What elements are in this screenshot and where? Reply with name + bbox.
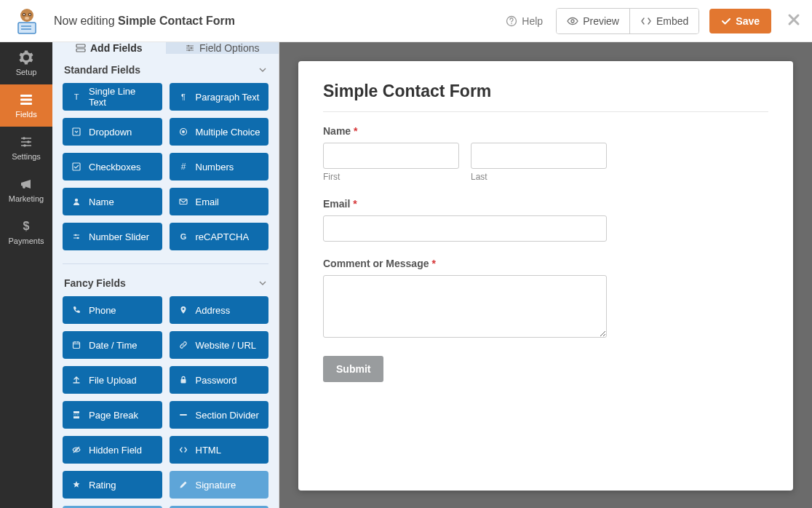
form-field-email[interactable]: Email *: [323, 198, 607, 242]
nav-fields[interactable]: Fields: [0, 84, 52, 127]
upload-icon: [70, 376, 83, 384]
paragraph-icon: ¶: [177, 92, 190, 101]
sliders-icon: [19, 135, 33, 149]
save-label: Save: [736, 15, 760, 27]
field-page-break[interactable]: Page Break: [63, 401, 162, 429]
star-icon: [70, 480, 83, 489]
field-number-slider[interactable]: Number Slider: [63, 223, 162, 250]
svg-point-34: [77, 237, 79, 239]
field-hidden-field[interactable]: Hidden Field: [63, 436, 162, 464]
chevron-down-icon: [258, 279, 267, 287]
form-field-message[interactable]: Comment or Message *: [323, 258, 607, 340]
code-small-icon: [177, 445, 190, 454]
field-recaptcha[interactable]: GreCAPTCHA: [170, 223, 269, 250]
eye-slash-icon: [70, 445, 83, 454]
lock-icon: [177, 376, 190, 384]
preview-label: Preview: [583, 15, 619, 27]
field-paragraph-text[interactable]: ¶Paragraph Text: [170, 83, 269, 111]
form-field-name[interactable]: Name * First Last: [323, 125, 607, 182]
field-address[interactable]: Address: [170, 296, 269, 324]
svg-point-28: [182, 130, 185, 133]
list-icon: [19, 92, 33, 107]
field-numbers[interactable]: #Numbers: [170, 153, 269, 180]
svg-text:T: T: [74, 92, 79, 101]
check-square-icon: [70, 162, 83, 171]
field-website-url[interactable]: Website / URL: [170, 331, 269, 359]
minus-icon: [177, 410, 190, 419]
last-name-input[interactable]: [471, 143, 607, 169]
page-break-icon: [70, 410, 83, 419]
pencil-icon: [177, 480, 190, 489]
app-logo: [12, 6, 42, 36]
nav-marketing[interactable]: Marketing: [0, 169, 52, 211]
field-section-divider[interactable]: Section Divider: [170, 401, 269, 429]
radio-icon: [177, 127, 190, 136]
form-name-text: Simple Contact Form: [118, 15, 235, 27]
svg-point-3: [23, 14, 25, 15]
email-label: Email *: [323, 198, 607, 210]
sliders-small-icon: [185, 43, 195, 53]
help-icon: [506, 15, 517, 27]
svg-rect-29: [73, 163, 80, 170]
svg-point-21: [188, 45, 189, 47]
google-icon: G: [177, 232, 190, 241]
field-name[interactable]: Name: [63, 188, 162, 215]
first-name-input[interactable]: [323, 143, 459, 169]
embed-label: Embed: [656, 15, 688, 27]
field-dropdown[interactable]: Dropdown: [63, 118, 162, 146]
close-icon: [787, 13, 800, 26]
tab-field-options-label: Field Options: [199, 42, 259, 54]
section-fancy-fields[interactable]: Fancy Fields: [52, 267, 279, 296]
dollar-icon: $: [19, 219, 33, 234]
svg-point-33: [75, 234, 77, 237]
tab-add-fields[interactable]: Add Fields: [52, 42, 166, 54]
svg-point-31: [75, 199, 78, 202]
nav-setup[interactable]: Setup: [0, 42, 52, 84]
field-file-upload[interactable]: File Upload: [63, 366, 162, 394]
hash-icon: #: [177, 162, 190, 171]
field-html[interactable]: HTML: [170, 436, 269, 464]
field-email[interactable]: Email: [170, 188, 269, 215]
map-pin-icon: [177, 306, 190, 314]
svg-rect-26: [73, 128, 80, 135]
field-multiple-choice[interactable]: Multiple Choice: [170, 118, 269, 146]
embed-button[interactable]: Embed: [629, 9, 698, 33]
nav-payments[interactable]: $ Payments: [0, 211, 52, 253]
svg-rect-38: [180, 379, 186, 384]
svg-point-16: [27, 140, 30, 143]
field-signature[interactable]: Signature: [170, 471, 269, 499]
field-rating[interactable]: Rating: [63, 471, 162, 499]
svg-point-10: [512, 23, 513, 24]
submit-button[interactable]: Submit: [323, 356, 383, 382]
nav-settings[interactable]: Settings: [0, 127, 52, 169]
field-password[interactable]: Password: [170, 366, 269, 394]
sidebar-tabs: Add Fields Field Options: [52, 42, 279, 54]
close-button[interactable]: [787, 13, 800, 28]
last-sublabel: Last: [471, 172, 607, 182]
calendar-icon: [70, 341, 83, 349]
message-textarea[interactable]: [323, 275, 607, 338]
field-checkboxes[interactable]: Checkboxes: [63, 153, 162, 180]
left-nav: Setup Fields Settings Marketing $ Paymen…: [0, 42, 52, 508]
required-mark: *: [354, 125, 357, 137]
help-link[interactable]: Help: [506, 15, 543, 27]
chevron-down-icon: [258, 66, 267, 74]
form-preview[interactable]: Simple Contact Form Name * First Last: [298, 61, 793, 491]
email-input[interactable]: [323, 215, 607, 242]
field-date-time[interactable]: Date / Time: [63, 331, 162, 359]
preview-button[interactable]: Preview: [557, 9, 629, 33]
svg-rect-19: [76, 44, 85, 47]
field-single-line-text[interactable]: TSingle Line Text: [63, 83, 162, 111]
field-phone[interactable]: Phone: [63, 296, 162, 324]
preview-embed-group: Preview Embed: [556, 8, 699, 34]
tab-field-options[interactable]: Field Options: [166, 42, 279, 54]
user-icon: [70, 197, 83, 206]
svg-point-15: [23, 137, 25, 140]
form-title: Simple Contact Form: [323, 82, 768, 112]
save-button[interactable]: Save: [709, 9, 771, 33]
section-standard-fields[interactable]: Standard Fields: [52, 54, 279, 83]
nav-settings-label: Settings: [12, 152, 41, 161]
svg-rect-13: [20, 99, 32, 101]
sliders-h-icon: [70, 232, 83, 241]
svg-point-4: [29, 14, 31, 15]
